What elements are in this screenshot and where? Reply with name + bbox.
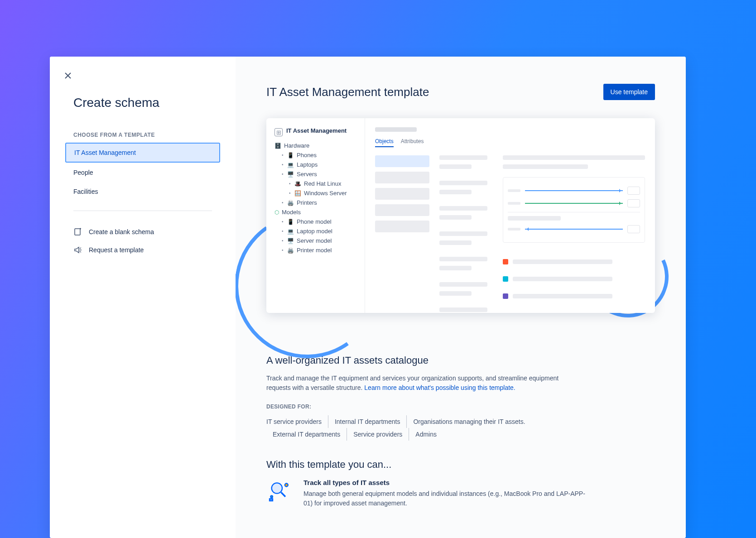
tree-node-laptops[interactable]: •💻Laptops (282, 160, 359, 169)
svg-rect-4 (270, 499, 273, 501)
skeleton-col-3 (503, 155, 645, 313)
models-icon: ⬡ (274, 209, 279, 216)
template-item-people[interactable]: People (65, 163, 220, 182)
preview-card: ⊞ IT Asset Management 🗄️Hardware •📱Phone… (266, 118, 655, 313)
schema-icon: ⊞ (274, 128, 283, 136)
skeleton-col-1 (375, 155, 429, 313)
request-template-action[interactable]: Request a template (73, 241, 212, 259)
tree-node-phone-model[interactable]: •📱Phone model (282, 217, 359, 226)
legend-row (503, 259, 645, 264)
tree-node-redhat[interactable]: •🎩Red Hat Linux (289, 179, 359, 188)
preview-stage: ⊞ IT Asset Management 🗄️Hardware •📱Phone… (266, 118, 655, 331)
designed-for-label: DESIGNED FOR: (266, 404, 655, 410)
tree-node-servers[interactable]: •🖥️Servers (282, 169, 359, 179)
add-document-icon (73, 227, 82, 236)
tag: External IT departments (266, 428, 347, 441)
laptop-icon: 💻 (287, 162, 294, 168)
tree-node-laptop-model[interactable]: •💻Laptop model (282, 226, 359, 236)
server-icon: 🖥️ (287, 171, 294, 178)
learn-more-link[interactable]: Learn more about what's possible using t… (364, 384, 515, 391)
server-icon: 🖥️ (287, 238, 294, 244)
feature-row: Track all types of IT assets Manage both… (266, 479, 655, 508)
catalogue-heading: A well-organized IT assets catalogue (266, 355, 655, 366)
close-icon (64, 72, 72, 79)
magnifier-icon (266, 479, 292, 504)
designed-for-tags: IT service providers Internal IT departm… (266, 415, 655, 441)
schema-name: IT Asset Management (286, 127, 347, 135)
content-pane: Objects Attributes (365, 118, 655, 313)
catalogue-section: A well-organized IT assets catalogue Tra… (266, 355, 655, 441)
hardware-icon: 🗄️ (274, 143, 281, 149)
windows-icon: 🪟 (294, 190, 301, 197)
redhat-icon: 🎩 (294, 181, 301, 187)
legend-row (503, 293, 645, 299)
with-template-heading: With this template you can... (266, 459, 655, 471)
phone-icon: 📱 (287, 219, 294, 225)
main-title: IT Asset Management template (266, 85, 429, 99)
create-schema-modal: Create schema CHOOSE FROM A TEMPLATE IT … (50, 57, 686, 538)
phone-icon: 📱 (287, 152, 294, 159)
feature-title: Track all types of IT assets (303, 479, 593, 486)
legend-row (503, 276, 645, 282)
skeleton-title (375, 127, 417, 132)
main-panel: IT Asset Management template Use templat… (236, 57, 686, 538)
create-blank-schema-action[interactable]: Create a blank schema (73, 223, 212, 241)
use-template-button[interactable]: Use template (603, 84, 655, 100)
template-item-facilities[interactable]: Facilities (65, 183, 220, 201)
tag: Admins (409, 428, 443, 441)
tag: IT service providers (266, 415, 328, 428)
tag: Internal IT departments (328, 415, 407, 428)
tab-objects[interactable]: Objects (375, 138, 394, 147)
sidebar-title: Create schema (73, 96, 236, 110)
sidebar: Create schema CHOOSE FROM A TEMPLATE IT … (50, 57, 236, 538)
template-item-it-asset[interactable]: IT Asset Management (65, 143, 220, 163)
tag: Service providers (347, 428, 409, 441)
printer-icon: 🖨️ (287, 247, 294, 254)
laptop-icon: 💻 (287, 228, 294, 235)
action-list: Create a blank schema Request a template (50, 211, 236, 259)
preview-tabs: Objects Attributes (375, 138, 645, 147)
tree-node-models[interactable]: ⬡Models (274, 207, 359, 217)
section-label: CHOOSE FROM A TEMPLATE (73, 132, 236, 138)
tree-node-hardware[interactable]: 🗄️Hardware (274, 141, 359, 150)
svg-point-1 (272, 483, 282, 493)
relations-panel (503, 177, 645, 243)
main-header: IT Asset Management template Use templat… (266, 84, 655, 100)
with-template-section: With this template you can... Track all … (266, 459, 655, 508)
printer-icon: 🖨️ (287, 200, 294, 206)
svg-rect-0 (75, 229, 80, 235)
tree-node-phones[interactable]: •📱Phones (282, 150, 359, 160)
catalogue-desc: Track and manage the IT equipment and se… (266, 374, 583, 393)
tree-node-windows[interactable]: •🪟Windows Server (289, 188, 359, 198)
svg-point-2 (270, 495, 273, 498)
megaphone-icon (73, 245, 82, 255)
tree-node-server-model[interactable]: •🖥️Server model (282, 236, 359, 245)
template-list: IT Asset Management People Facilities (50, 143, 236, 201)
feature-desc: Manage both general equipment models and… (303, 489, 593, 508)
tree-pane: ⊞ IT Asset Management 🗄️Hardware •📱Phone… (266, 118, 365, 313)
svg-point-3 (285, 484, 288, 487)
close-button[interactable] (63, 70, 73, 81)
tree-node-printers[interactable]: •🖨️Printers (282, 198, 359, 207)
request-template-label: Request a template (89, 246, 144, 254)
tab-attributes[interactable]: Attributes (401, 138, 424, 147)
tree-node-printer-model[interactable]: •🖨️Printer model (282, 245, 359, 255)
tag: Organisations managing their IT assets. (407, 415, 531, 428)
create-blank-label: Create a blank schema (89, 228, 154, 235)
skeleton-col-2 (439, 155, 493, 313)
